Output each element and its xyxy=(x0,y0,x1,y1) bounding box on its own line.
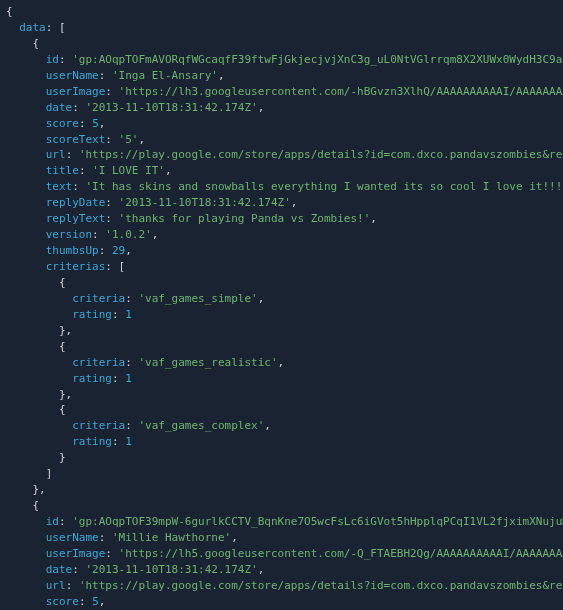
code-token-str: 'thanks for playing Panda vs Zombies!' xyxy=(119,212,371,225)
code-line: { xyxy=(6,339,563,355)
code-line: title: 'I LOVE IT', xyxy=(6,163,563,179)
code-line: { xyxy=(6,4,563,20)
code-token-punc: : xyxy=(125,419,138,432)
code-line: ] xyxy=(6,466,563,482)
code-token-punc: : xyxy=(66,579,79,592)
code-line: text: 'It has skins and snowballs everyt… xyxy=(6,179,563,195)
code-token-key: rating xyxy=(72,308,112,321)
code-token-key: thumbsUp xyxy=(46,244,99,257)
code-token-punc: : xyxy=(105,196,118,209)
code-token-punc: { xyxy=(6,5,13,18)
code-line: { xyxy=(6,498,563,514)
code-token-str: 'I LOVE IT' xyxy=(92,164,165,177)
code-token-punc: , xyxy=(99,595,106,608)
code-token-str: 'vaf_games_realistic' xyxy=(138,356,277,369)
code-token-punc: : [ xyxy=(46,21,66,34)
code-token-str: 'vaf_games_simple' xyxy=(138,292,257,305)
code-token-key: userImage xyxy=(46,547,106,560)
code-line: }, xyxy=(6,323,563,339)
code-token-punc: : xyxy=(72,180,85,193)
code-token-punc: : xyxy=(125,356,138,369)
code-token-key: score xyxy=(46,595,79,608)
code-token-key: version xyxy=(46,228,92,241)
code-token-punc: , xyxy=(258,101,265,114)
code-token-punc: : xyxy=(99,531,112,544)
code-line: userName: 'Millie Hawthorne', xyxy=(6,530,563,546)
code-line: id: 'gp:AOqpTOF39mpW-6gurlkCCTV_BqnKne7O… xyxy=(6,514,563,530)
code-line: replyDate: '2013-11-10T18:31:42.174Z', xyxy=(6,195,563,211)
code-token-punc: , xyxy=(125,244,132,257)
code-token-str: '2013-11-10T18:31:42.174Z' xyxy=(86,563,258,576)
code-token-str: '5' xyxy=(119,133,139,146)
code-token-punc: , xyxy=(231,531,238,544)
code-token-punc: { xyxy=(33,499,40,512)
code-token-key: id xyxy=(46,515,59,528)
code-token-punc: , xyxy=(258,292,265,305)
code-token-punc: : xyxy=(112,308,125,321)
code-token-num: 5 xyxy=(92,595,99,608)
code-line: criteria: 'vaf_games_realistic', xyxy=(6,355,563,371)
code-token-str: '2013-11-10T18:31:42.174Z' xyxy=(86,101,258,114)
code-token-key: userName xyxy=(46,531,99,544)
code-token-str: 'https://play.google.com/store/apps/deta… xyxy=(79,148,563,161)
code-token-punc: }, xyxy=(33,483,46,496)
code-token-key: date xyxy=(46,101,73,114)
code-token-str: 'https://play.google.com/store/apps/deta… xyxy=(79,579,563,592)
code-line: } xyxy=(6,450,563,466)
code-token-str: 'https://lh5.googleusercontent.com/-Q_FT… xyxy=(119,547,563,560)
code-line: replyText: 'thanks for playing Panda vs … xyxy=(6,211,563,227)
code-token-punc: { xyxy=(33,37,40,50)
code-token-punc: { xyxy=(59,276,66,289)
code-token-key: criteria xyxy=(72,356,125,369)
code-token-punc: : xyxy=(99,69,112,82)
code-token-punc: : xyxy=(59,53,72,66)
code-token-punc: : xyxy=(72,101,85,114)
code-token-punc: { xyxy=(59,340,66,353)
code-token-str: '2013-11-10T18:31:42.174Z' xyxy=(119,196,291,209)
code-token-key: date xyxy=(46,563,73,576)
code-line: date: '2013-11-10T18:31:42.174Z', xyxy=(6,100,563,116)
code-line: rating: 1 xyxy=(6,371,563,387)
code-line: userName: 'Inga El-Ansary', xyxy=(6,68,563,84)
code-token-punc: , xyxy=(138,133,145,146)
code-token-punc: : xyxy=(105,212,118,225)
code-token-punc: , xyxy=(218,69,225,82)
code-line: id: 'gp:AOqpTOFmAVORqfWGcaqfF39ftwFjGkje… xyxy=(6,52,563,68)
code-token-punc: : xyxy=(79,164,92,177)
code-line: date: '2013-11-10T18:31:42.174Z', xyxy=(6,562,563,578)
code-token-punc: : xyxy=(105,547,118,560)
code-line: data: [ xyxy=(6,20,563,36)
code-token-punc: : xyxy=(112,435,125,448)
code-token-punc: : xyxy=(105,133,118,146)
code-token-key: text xyxy=(46,180,73,193)
code-token-punc: : xyxy=(125,292,138,305)
code-token-key: rating xyxy=(72,372,112,385)
code-token-num: 29 xyxy=(112,244,125,257)
code-token-punc: }, xyxy=(59,388,72,401)
code-token-key: replyText xyxy=(46,212,106,225)
code-token-punc: : xyxy=(99,244,112,257)
code-token-punc: : xyxy=(112,372,125,385)
code-token-key: id xyxy=(46,53,59,66)
code-token-punc: : xyxy=(105,85,118,98)
code-token-key: data xyxy=(19,21,46,34)
code-line: scoreText: '5', xyxy=(6,132,563,148)
code-line: userImage: 'https://lh3.googleuserconten… xyxy=(6,84,563,100)
code-line: userImage: 'https://lh5.googleuserconten… xyxy=(6,546,563,562)
code-line: version: '1.0.2', xyxy=(6,227,563,243)
code-line: score: 5, xyxy=(6,594,563,610)
code-token-key: scoreText xyxy=(46,133,106,146)
code-token-key: criteria xyxy=(72,419,125,432)
code-line: url: 'https://play.google.com/store/apps… xyxy=(6,147,563,163)
code-line: criteria: 'vaf_games_simple', xyxy=(6,291,563,307)
code-token-punc: ] xyxy=(46,467,53,480)
code-token-punc: }, xyxy=(59,324,72,337)
code-line: { xyxy=(6,402,563,418)
code-token-key: userImage xyxy=(46,85,106,98)
code-token-punc: : xyxy=(79,595,92,608)
code-token-str: 'vaf_games_complex' xyxy=(138,419,264,432)
code-token-num: 1 xyxy=(125,435,132,448)
code-line: rating: 1 xyxy=(6,434,563,450)
code-line: }, xyxy=(6,482,563,498)
code-token-punc: , xyxy=(258,563,265,576)
